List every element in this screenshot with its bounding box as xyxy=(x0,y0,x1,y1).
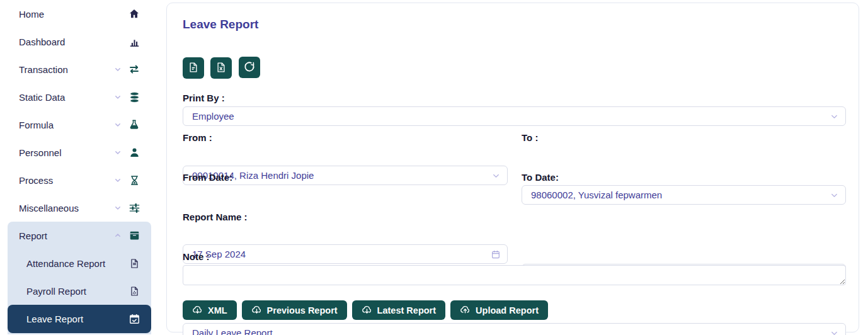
report-name-value: Daily Leave Report xyxy=(192,327,273,335)
export-toolbar xyxy=(183,57,264,79)
sidebar-item-static-data[interactable]: Static Data xyxy=(8,83,151,111)
file-excel-icon xyxy=(215,62,227,75)
upload-report-button-label: Upload Report xyxy=(476,305,539,315)
sidebar-item-personnel[interactable]: Personnel xyxy=(8,139,151,166)
sidebar-item-label: Payroll Report xyxy=(26,286,127,297)
report-name-label: Report Name : xyxy=(183,212,248,222)
sidebar-item-label: Dashboard xyxy=(19,37,127,47)
sidebar-item-label: Home xyxy=(19,9,127,20)
sidebar-item-label: Personnel xyxy=(19,147,114,158)
sliders-icon xyxy=(127,202,141,214)
sidebar: Home Dashboard Transaction Static Data F… xyxy=(0,0,159,335)
home-icon xyxy=(127,8,141,20)
chevron-down-icon xyxy=(114,204,122,212)
sidebar-item-label: Report xyxy=(19,230,114,241)
from-label: From : xyxy=(183,132,212,143)
page-title: Leave Report xyxy=(183,18,258,31)
file-text-icon xyxy=(127,258,141,270)
xml-button[interactable]: XML xyxy=(183,300,237,320)
sidebar-item-leave-report[interactable]: Leave Report xyxy=(8,305,151,333)
report-actions: XML Previous Report Latest Report Upload… xyxy=(183,300,548,320)
sidebar-item-label: Process xyxy=(19,175,114,186)
cloud-upload-icon xyxy=(460,304,471,317)
previous-report-button-label: Previous Report xyxy=(267,305,338,315)
chevron-down-icon xyxy=(491,171,501,180)
sidebar-item-attendance-report[interactable]: Attendance Report xyxy=(8,249,151,277)
hourglass-icon xyxy=(127,174,141,186)
sidebar-item-dashboard[interactable]: Dashboard xyxy=(8,28,151,55)
database-icon xyxy=(127,91,141,103)
refresh-icon xyxy=(243,60,256,75)
xml-button-label: XML xyxy=(208,305,227,315)
sidebar-item-label: Attendance Report xyxy=(26,258,127,269)
print-by-select[interactable]: Employee xyxy=(183,106,846,126)
archive-box-icon xyxy=(127,230,141,241)
calendar-check-icon xyxy=(127,313,141,325)
chevron-down-icon xyxy=(114,93,122,101)
sidebar-item-miscellaneous[interactable]: Miscellaneous xyxy=(8,194,151,222)
from-date-input[interactable]: 17 Sep 2024 xyxy=(183,244,508,264)
sidebar-item-report[interactable]: Report xyxy=(8,222,151,249)
sidebar-item-label: Leave Report xyxy=(26,314,127,324)
cloud-download-icon xyxy=(362,304,372,317)
chevron-down-icon xyxy=(114,149,122,156)
calendar-icon xyxy=(491,249,501,259)
latest-report-button-label: Latest Report xyxy=(377,305,436,315)
sidebar-item-label: Static Data xyxy=(19,92,114,103)
chevron-up-icon xyxy=(114,232,122,239)
chevron-down-icon xyxy=(830,328,839,335)
sidebar-item-label: Miscellaneous xyxy=(19,203,114,213)
to-label: To : xyxy=(522,132,538,143)
from-date-label: From Date: xyxy=(183,172,232,183)
sidebar-group-report: Report Attendance Report Payroll Report … xyxy=(8,222,151,334)
sidebar-item-payroll-report[interactable]: Payroll Report xyxy=(8,277,151,305)
flask-icon xyxy=(127,119,141,130)
transfer-arrows-icon xyxy=(127,64,141,75)
latest-report-button[interactable]: Latest Report xyxy=(352,300,445,320)
export-document-button[interactable] xyxy=(183,57,204,79)
chevron-down-icon xyxy=(114,65,122,73)
chevron-down-icon xyxy=(114,121,122,128)
leave-report-panel: Leave Report Print By : Employee From : … xyxy=(166,3,859,332)
previous-report-button[interactable]: Previous Report xyxy=(242,300,347,320)
sidebar-item-home[interactable]: Home xyxy=(8,0,151,28)
upload-report-button[interactable]: Upload Report xyxy=(450,300,548,320)
file-pdf-icon xyxy=(127,285,141,297)
print-by-value: Employee xyxy=(192,111,234,122)
sidebar-item-label: Formula xyxy=(19,120,114,130)
note-input[interactable] xyxy=(183,265,846,285)
cloud-download-icon xyxy=(192,304,203,317)
refresh-button[interactable] xyxy=(239,57,260,78)
sidebar-item-formula[interactable]: Formula xyxy=(8,111,151,139)
print-by-label: Print By : xyxy=(183,93,225,103)
sidebar-item-transaction[interactable]: Transaction xyxy=(8,55,151,83)
chevron-down-icon xyxy=(830,111,839,121)
to-select[interactable]: 98060002, Yusvizal fepwarmen xyxy=(522,185,846,205)
export-excel-button[interactable] xyxy=(210,57,232,79)
bar-chart-icon xyxy=(127,36,141,48)
sidebar-item-label: Transaction xyxy=(19,64,114,75)
note-label: Note : xyxy=(183,251,210,262)
file-lines-icon xyxy=(188,62,199,75)
person-icon xyxy=(127,147,141,158)
to-value: 98060002, Yusvizal fepwarmen xyxy=(531,190,662,200)
cloud-download-icon xyxy=(251,304,262,317)
to-date-label: To Date: xyxy=(522,172,559,183)
chevron-down-icon xyxy=(830,190,839,200)
sidebar-item-process[interactable]: Process xyxy=(8,166,151,194)
chevron-down-icon xyxy=(114,176,122,184)
report-name-select[interactable]: Daily Leave Report xyxy=(183,323,846,335)
